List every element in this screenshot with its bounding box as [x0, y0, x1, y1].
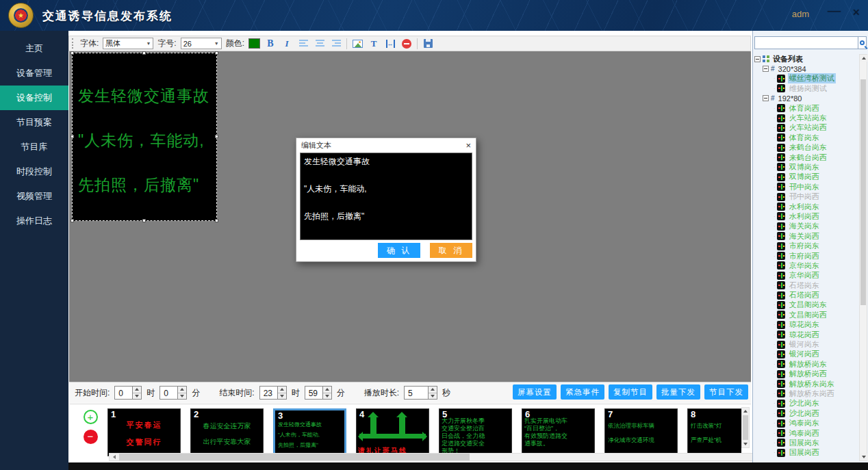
resize-handle[interactable]: [142, 219, 146, 222]
tree-device[interactable]: ·银河岗西: [754, 350, 858, 359]
tree-group-1[interactable]: #192*80: [754, 94, 858, 103]
sidebar-item-4[interactable]: 节目库: [0, 135, 68, 159]
tree-device[interactable]: ·琼花岗东: [754, 320, 858, 330]
tree-device[interactable]: ·国展岗西: [754, 448, 858, 458]
playlist-thumb[interactable]: 8打击改装“灯严查严处“机: [687, 408, 741, 456]
remove-program-button[interactable]: −: [84, 430, 98, 444]
tree-device[interactable]: ·京华岗西: [754, 271, 858, 280]
spin-up-icon[interactable]: [429, 387, 437, 393]
action-button-1[interactable]: 紧急事件: [561, 384, 604, 400]
duration-stepper[interactable]: 5: [404, 386, 437, 400]
username[interactable]: adm: [792, 9, 809, 19]
font-size-select[interactable]: 26▼: [181, 38, 222, 49]
tree-device[interactable]: ·体育岗西: [754, 103, 858, 113]
spin-up-icon[interactable]: [178, 387, 186, 393]
tree-device[interactable]: ·石塔岗东: [754, 280, 858, 290]
minimize-button[interactable]: —: [828, 3, 841, 18]
tree-device[interactable]: ·市府岗东: [754, 241, 858, 250]
tree-device[interactable]: ·火车站岗西: [754, 123, 858, 133]
start-hour-value[interactable]: 0: [115, 387, 132, 399]
scroll-down-icon[interactable]: [860, 454, 868, 460]
delete-button[interactable]: [400, 38, 413, 50]
italic-button[interactable]: I: [281, 38, 293, 50]
sidebar-item-2[interactable]: 设备控制: [0, 86, 68, 110]
sidebar-item-6[interactable]: 视频管理: [0, 184, 68, 209]
spin-down-icon[interactable]: [323, 393, 331, 400]
cancel-button[interactable]: 取 消: [430, 243, 472, 258]
confirm-button[interactable]: 确 认: [378, 243, 420, 258]
tree-device[interactable]: ·来鹤台岗东: [754, 143, 858, 153]
collapse-icon[interactable]: [754, 56, 761, 62]
tree-root[interactable]: 设备列表: [754, 54, 858, 64]
scroll-thumb[interactable]: [743, 415, 748, 440]
spin-down-icon[interactable]: [133, 393, 141, 400]
action-button-4[interactable]: 节目下发: [704, 384, 748, 400]
tree-device[interactable]: ·解放桥岗东: [754, 359, 858, 369]
spin-down-icon[interactable]: [178, 393, 186, 400]
tree-device[interactable]: ·文昌阁岗西: [754, 310, 858, 319]
tree-device[interactable]: ·京华岗东: [754, 261, 858, 270]
action-button-3[interactable]: 批量下发: [656, 384, 700, 400]
tree-device[interactable]: ·双博岗东: [754, 162, 858, 172]
align-right-button[interactable]: [330, 38, 342, 50]
edit-textarea[interactable]: 发生轻微交通事故 "人未伤，车能动, 先拍照，后撤离": [300, 153, 472, 240]
tree-device[interactable]: ·水利岗西: [754, 211, 858, 221]
tree-device[interactable]: ·文昌阁岗东: [754, 300, 858, 310]
tree-device[interactable]: ·邗中岗东: [754, 182, 858, 192]
toolbar-grip[interactable]: [72, 38, 75, 49]
tree-device[interactable]: ·维扬岗测试: [754, 83, 858, 93]
action-button-2[interactable]: 复制节目: [609, 384, 652, 400]
spin-up-icon[interactable]: [133, 387, 141, 393]
tree-device[interactable]: ·琼花岗西: [754, 330, 858, 339]
scroll-left-icon[interactable]: [110, 454, 118, 460]
tree-device[interactable]: ·解放桥东岗西: [754, 389, 858, 398]
sidebar-item-7[interactable]: 操作日志: [0, 209, 68, 233]
tree-device[interactable]: ·解放桥东岗东: [754, 379, 858, 389]
add-program-button[interactable]: +: [84, 410, 98, 424]
close-button[interactable]: ×: [852, 5, 860, 20]
end-minute-stepper[interactable]: 59: [305, 386, 332, 400]
tree-device[interactable]: ·市府岗西: [754, 251, 858, 261]
resize-handle[interactable]: [215, 135, 218, 138]
playlist-thumb[interactable]: 6扎实开展电动车“百日整治”，有效预防道路交通事故。: [522, 408, 595, 456]
save-button[interactable]: [422, 38, 434, 50]
color-swatch[interactable]: [248, 38, 260, 49]
device-search-input[interactable]: [754, 36, 858, 49]
duration-value[interactable]: 5: [405, 387, 428, 399]
tree-device[interactable]: ·海关岗东: [754, 222, 858, 231]
device-search-button[interactable]: [858, 36, 867, 49]
end-hour-value[interactable]: 23: [260, 387, 277, 399]
spin-up-icon[interactable]: [278, 387, 286, 393]
playlist-thumb[interactable]: 5大力开展秋冬季交通安全整治百日会战，全力稳定道路交通安全形势！: [439, 408, 512, 456]
playlist-thumb[interactable]: 1平安春运交警同行: [107, 408, 181, 456]
spin-up-icon[interactable]: [323, 387, 331, 393]
tree-device[interactable]: ·鸿泰岗东: [754, 418, 858, 428]
tree-device[interactable]: ·沙北岗西: [754, 408, 858, 418]
tree-device[interactable]: ·国展岗东: [754, 438, 858, 447]
tree-device[interactable]: ·沙北岗东: [754, 399, 858, 408]
end-minute-value[interactable]: 59: [305, 387, 322, 399]
scroll-thumb[interactable]: [119, 454, 470, 460]
collapse-icon[interactable]: [763, 95, 769, 101]
tree-device[interactable]: ·解放桥岗西: [754, 369, 858, 379]
sidebar-item-0[interactable]: 主页: [0, 36, 68, 61]
scroll-down-icon[interactable]: [742, 441, 749, 447]
tree-device[interactable]: ·鸿泰岗西: [754, 428, 858, 438]
start-hour-stepper[interactable]: 0: [114, 386, 142, 400]
align-left-button[interactable]: [297, 38, 309, 50]
playlist-thumb[interactable]: 2春运安全连万家出行平安靠大家: [190, 408, 264, 456]
insert-text-button[interactable]: T: [368, 38, 380, 50]
playlist-thumb[interactable]: 4请礼让斑马线: [356, 408, 429, 456]
tree-device[interactable]: ·来鹤台岗西: [754, 153, 858, 162]
bold-button[interactable]: B: [264, 38, 277, 50]
start-minute-value[interactable]: 0: [160, 387, 177, 399]
sidebar-item-5[interactable]: 时段控制: [0, 159, 68, 184]
tree-device[interactable]: ·石塔岗西: [754, 290, 858, 300]
collapse-icon[interactable]: [763, 66, 769, 72]
tree-scrollbar[interactable]: [859, 54, 867, 461]
resize-handle[interactable]: [71, 51, 74, 55]
scroll-thumb[interactable]: [860, 79, 866, 305]
tree-device[interactable]: ·火车站岗东: [754, 113, 858, 122]
sidebar-item-1[interactable]: 设备管理: [0, 61, 68, 86]
resize-handle[interactable]: [215, 51, 218, 55]
